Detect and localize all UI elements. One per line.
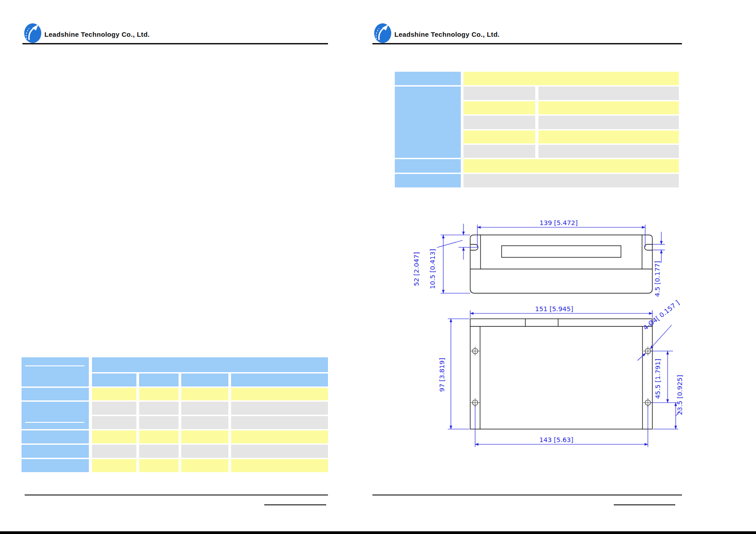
dim-52-label: 52 [2.047]	[413, 252, 420, 286]
dim-holes-label: 4-Ø4[ 0.157 ]	[642, 299, 681, 331]
footer-rule-left	[25, 495, 328, 495]
dim-4-5-label: 4.5 [0.177]	[654, 261, 661, 297]
top-view-outline	[470, 319, 652, 429]
dim-139-label: 139 [5.472]	[539, 219, 577, 226]
document-spread: Leadshine Technology Co., Ltd. Leadshine…	[0, 0, 756, 534]
right-mounting-slot	[645, 244, 652, 250]
mounting-holes	[471, 347, 652, 407]
footer-underline-left	[264, 504, 326, 505]
mechanical-drawing: 139 [5.472] 52 [2.047] 10.5 [0.413] 4.5 …	[0, 0, 756, 534]
dim-151-label: 151 [5.945]	[535, 305, 573, 313]
bottom-edge-bar	[0, 531, 756, 534]
footer-underline-right	[614, 504, 675, 505]
dim-143-label: 143 [5.63]	[539, 436, 573, 443]
dim-45-5-label: 45.5 [1.791]	[654, 359, 661, 399]
footer-rule-right	[372, 495, 682, 495]
dim-97-label: 97 [3.819]	[438, 358, 446, 392]
dim-23-5-label: 23.5 [0.925]	[676, 375, 683, 415]
dim-10-5-label: 10.5 [0.413]	[429, 249, 436, 289]
front-view-outline	[470, 235, 652, 293]
